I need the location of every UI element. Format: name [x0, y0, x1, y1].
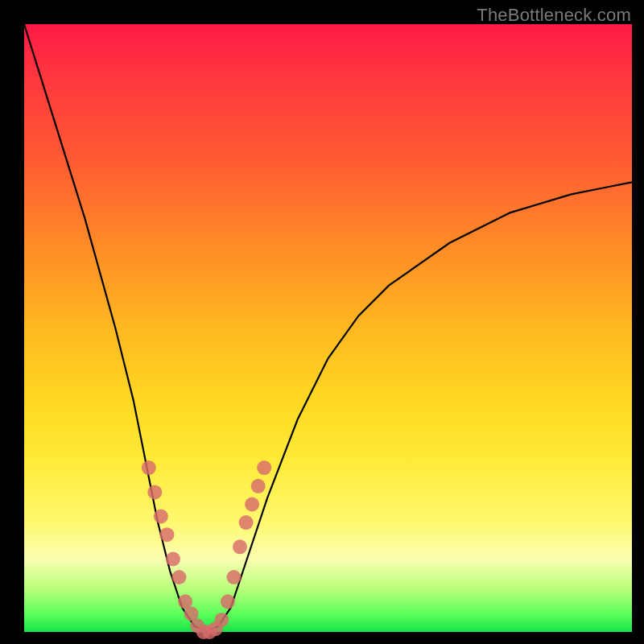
scatter-dot — [172, 570, 187, 584]
plot-area — [24, 24, 632, 632]
scatter-dot — [166, 551, 180, 566]
scatter-dot — [159, 527, 174, 542]
scatter-dot — [214, 613, 229, 627]
scatter-dot — [227, 570, 242, 584]
scatter-dot — [142, 460, 156, 475]
scatter-dot — [147, 485, 162, 499]
chart-frame: TheBottleneck.com — [0, 0, 644, 644]
scatter-dot — [251, 479, 266, 493]
scatter-dot — [239, 515, 254, 530]
bottleneck-curve — [24, 24, 632, 632]
scatter-dot — [245, 497, 259, 512]
scatter-dot — [221, 594, 235, 609]
scatter-dot — [154, 510, 168, 524]
scatter-dot — [257, 460, 271, 475]
watermark-text: TheBottleneck.com — [477, 5, 631, 26]
scatter-dots — [142, 460, 271, 639]
scatter-dot — [233, 539, 247, 554]
curve-layer — [24, 24, 632, 632]
